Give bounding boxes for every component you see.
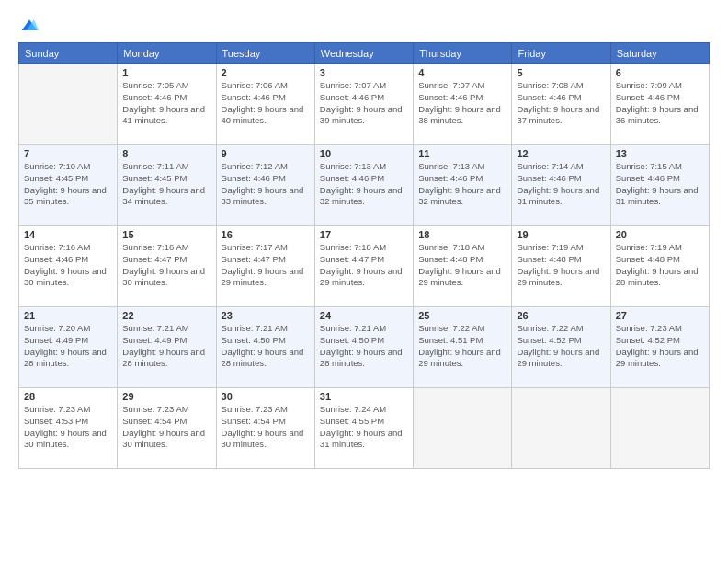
day-number: 2	[222, 67, 310, 78]
logo	[18, 17, 39, 35]
day-info: Sunrise: 7:11 AMSunset: 4:45 PMDaylight:…	[122, 161, 210, 208]
day-info: Sunrise: 7:23 AMSunset: 4:54 PMDaylight:…	[222, 404, 310, 451]
day-info: Sunrise: 7:23 AMSunset: 4:52 PMDaylight:…	[616, 323, 704, 370]
day-cell: 3Sunrise: 7:07 AMSunset: 4:46 PMDaylight…	[314, 64, 413, 145]
day-cell: 14Sunrise: 7:16 AMSunset: 4:46 PMDayligh…	[19, 226, 118, 307]
day-number: 24	[320, 310, 408, 321]
day-cell: 26Sunrise: 7:22 AMSunset: 4:52 PMDayligh…	[512, 307, 610, 388]
column-header-monday: Monday	[118, 43, 216, 64]
day-number: 1	[122, 67, 210, 78]
day-number: 19	[517, 229, 605, 240]
day-cell: 2Sunrise: 7:06 AMSunset: 4:46 PMDaylight…	[216, 64, 314, 145]
day-cell: 17Sunrise: 7:18 AMSunset: 4:47 PMDayligh…	[314, 226, 413, 307]
day-number: 25	[418, 310, 506, 321]
column-header-wednesday: Wednesday	[314, 43, 413, 64]
logo-icon	[20, 17, 39, 35]
day-cell: 10Sunrise: 7:13 AMSunset: 4:46 PMDayligh…	[314, 145, 413, 226]
day-number: 6	[616, 67, 704, 78]
day-number: 5	[517, 67, 605, 78]
day-cell: 8Sunrise: 7:11 AMSunset: 4:45 PMDaylight…	[118, 145, 216, 226]
day-info: Sunrise: 7:21 AMSunset: 4:49 PMDaylight:…	[122, 323, 210, 370]
day-cell: 31Sunrise: 7:24 AMSunset: 4:55 PMDayligh…	[314, 388, 413, 469]
day-info: Sunrise: 7:22 AMSunset: 4:52 PMDaylight:…	[517, 323, 605, 370]
day-cell	[19, 64, 118, 145]
day-cell	[610, 388, 709, 469]
day-cell: 13Sunrise: 7:15 AMSunset: 4:46 PMDayligh…	[610, 145, 709, 226]
week-row: 14Sunrise: 7:16 AMSunset: 4:46 PMDayligh…	[19, 226, 710, 307]
day-number: 7	[24, 148, 112, 159]
day-info: Sunrise: 7:18 AMSunset: 4:48 PMDaylight:…	[418, 242, 506, 289]
day-info: Sunrise: 7:09 AMSunset: 4:46 PMDaylight:…	[616, 80, 704, 127]
day-info: Sunrise: 7:22 AMSunset: 4:51 PMDaylight:…	[418, 323, 506, 370]
column-header-friday: Friday	[512, 43, 610, 64]
day-number: 27	[616, 310, 704, 321]
day-cell: 4Sunrise: 7:07 AMSunset: 4:46 PMDaylight…	[414, 64, 512, 145]
day-cell: 6Sunrise: 7:09 AMSunset: 4:46 PMDaylight…	[610, 64, 709, 145]
day-info: Sunrise: 7:19 AMSunset: 4:48 PMDaylight:…	[616, 242, 704, 289]
day-info: Sunrise: 7:20 AMSunset: 4:49 PMDaylight:…	[24, 323, 112, 370]
day-number: 15	[122, 229, 210, 240]
day-cell: 12Sunrise: 7:14 AMSunset: 4:46 PMDayligh…	[512, 145, 610, 226]
day-number: 21	[24, 310, 112, 321]
column-header-sunday: Sunday	[19, 43, 118, 64]
day-cell: 21Sunrise: 7:20 AMSunset: 4:49 PMDayligh…	[19, 307, 118, 388]
day-cell: 16Sunrise: 7:17 AMSunset: 4:47 PMDayligh…	[216, 226, 314, 307]
day-cell: 28Sunrise: 7:23 AMSunset: 4:53 PMDayligh…	[19, 388, 118, 469]
day-info: Sunrise: 7:17 AMSunset: 4:47 PMDaylight:…	[222, 242, 310, 289]
day-number: 20	[616, 229, 704, 240]
day-cell: 23Sunrise: 7:21 AMSunset: 4:50 PMDayligh…	[216, 307, 314, 388]
day-cell: 27Sunrise: 7:23 AMSunset: 4:52 PMDayligh…	[610, 307, 709, 388]
day-cell: 24Sunrise: 7:21 AMSunset: 4:50 PMDayligh…	[314, 307, 413, 388]
day-info: Sunrise: 7:10 AMSunset: 4:45 PMDaylight:…	[24, 161, 112, 208]
day-cell: 20Sunrise: 7:19 AMSunset: 4:48 PMDayligh…	[610, 226, 709, 307]
day-info: Sunrise: 7:07 AMSunset: 4:46 PMDaylight:…	[418, 80, 506, 127]
day-info: Sunrise: 7:12 AMSunset: 4:46 PMDaylight:…	[222, 161, 310, 208]
day-number: 22	[122, 310, 210, 321]
day-number: 14	[24, 229, 112, 240]
day-info: Sunrise: 7:16 AMSunset: 4:47 PMDaylight:…	[122, 242, 210, 289]
page-header	[18, 17, 710, 35]
day-info: Sunrise: 7:15 AMSunset: 4:46 PMDaylight:…	[616, 161, 704, 208]
day-number: 16	[222, 229, 310, 240]
day-number: 11	[418, 148, 506, 159]
day-number: 28	[24, 391, 112, 402]
day-info: Sunrise: 7:06 AMSunset: 4:46 PMDaylight:…	[222, 80, 310, 127]
header-row: SundayMondayTuesdayWednesdayThursdayFrid…	[19, 43, 710, 64]
week-row: 7Sunrise: 7:10 AMSunset: 4:45 PMDaylight…	[19, 145, 710, 226]
day-number: 29	[122, 391, 210, 402]
day-number: 30	[222, 391, 310, 402]
day-number: 8	[122, 148, 210, 159]
week-row: 21Sunrise: 7:20 AMSunset: 4:49 PMDayligh…	[19, 307, 710, 388]
day-number: 13	[616, 148, 704, 159]
day-cell: 7Sunrise: 7:10 AMSunset: 4:45 PMDaylight…	[19, 145, 118, 226]
day-info: Sunrise: 7:13 AMSunset: 4:46 PMDaylight:…	[320, 161, 408, 208]
column-header-thursday: Thursday	[414, 43, 512, 64]
day-cell: 11Sunrise: 7:13 AMSunset: 4:46 PMDayligh…	[414, 145, 512, 226]
day-cell: 19Sunrise: 7:19 AMSunset: 4:48 PMDayligh…	[512, 226, 610, 307]
day-info: Sunrise: 7:08 AMSunset: 4:46 PMDaylight:…	[517, 80, 605, 127]
day-info: Sunrise: 7:19 AMSunset: 4:48 PMDaylight:…	[517, 242, 605, 289]
calendar: SundayMondayTuesdayWednesdayThursdayFrid…	[18, 42, 710, 469]
day-cell: 1Sunrise: 7:05 AMSunset: 4:46 PMDaylight…	[118, 64, 216, 145]
day-cell	[512, 388, 610, 469]
day-info: Sunrise: 7:18 AMSunset: 4:47 PMDaylight:…	[320, 242, 408, 289]
day-info: Sunrise: 7:24 AMSunset: 4:55 PMDaylight:…	[320, 404, 408, 451]
week-row: 28Sunrise: 7:23 AMSunset: 4:53 PMDayligh…	[19, 388, 710, 469]
day-info: Sunrise: 7:23 AMSunset: 4:54 PMDaylight:…	[122, 404, 210, 451]
day-cell: 30Sunrise: 7:23 AMSunset: 4:54 PMDayligh…	[216, 388, 314, 469]
day-number: 9	[222, 148, 310, 159]
day-info: Sunrise: 7:13 AMSunset: 4:46 PMDaylight:…	[418, 161, 506, 208]
day-cell: 29Sunrise: 7:23 AMSunset: 4:54 PMDayligh…	[118, 388, 216, 469]
day-number: 31	[320, 391, 408, 402]
column-header-saturday: Saturday	[610, 43, 709, 64]
day-info: Sunrise: 7:07 AMSunset: 4:46 PMDaylight:…	[320, 80, 408, 127]
day-cell: 18Sunrise: 7:18 AMSunset: 4:48 PMDayligh…	[414, 226, 512, 307]
day-number: 3	[320, 67, 408, 78]
day-info: Sunrise: 7:23 AMSunset: 4:53 PMDaylight:…	[24, 404, 112, 451]
day-number: 12	[517, 148, 605, 159]
day-number: 4	[418, 67, 506, 78]
day-number: 10	[320, 148, 408, 159]
day-info: Sunrise: 7:16 AMSunset: 4:46 PMDaylight:…	[24, 242, 112, 289]
day-info: Sunrise: 7:21 AMSunset: 4:50 PMDaylight:…	[222, 323, 310, 370]
day-cell	[414, 388, 512, 469]
